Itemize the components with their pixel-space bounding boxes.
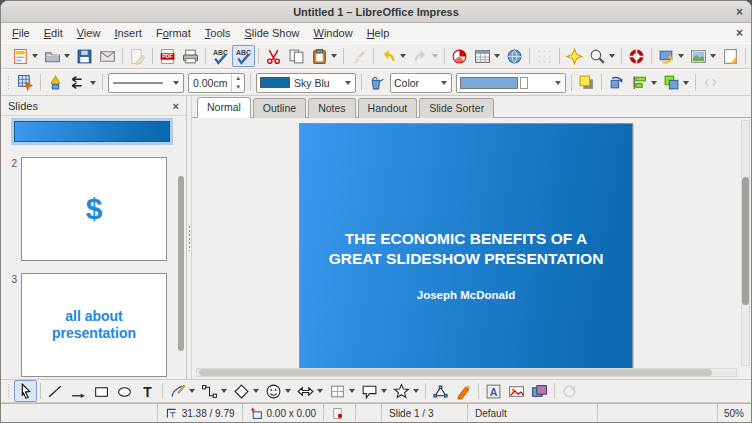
tab-normal[interactable]: Normal — [197, 97, 251, 118]
dropdown-arrow-icon[interactable] — [90, 81, 96, 85]
area-fill-button[interactable] — [365, 72, 388, 94]
auto-spellcheck-button[interactable]: ABC — [232, 45, 255, 67]
arrange-objects-button[interactable] — [660, 72, 692, 94]
slide-thumbnail-3[interactable]: all about presentation — [21, 273, 167, 377]
callouts-button[interactable] — [358, 380, 390, 402]
tab-notes[interactable]: Notes — [308, 98, 355, 118]
tab-handout[interactable]: Handout — [358, 98, 418, 118]
new-presentation-button[interactable] — [9, 45, 41, 67]
dropdown-arrow-icon[interactable] — [651, 81, 657, 85]
dropdown-arrow-icon[interactable] — [317, 389, 323, 393]
dropdown-arrow-icon[interactable] — [189, 389, 195, 393]
page-style-field[interactable]: Default — [467, 404, 597, 422]
points-button[interactable] — [429, 380, 452, 402]
menu-help[interactable]: Help — [360, 25, 397, 41]
flowchart-button[interactable] — [326, 380, 358, 402]
slide-title[interactable]: THE ECONOMIC BENEFITS OF A GREAT SLIDESH… — [329, 229, 604, 270]
symbol-shapes-button[interactable] — [262, 380, 294, 402]
block-arrows-button[interactable] — [294, 380, 326, 402]
line-button[interactable] — [44, 380, 67, 402]
menu-edit[interactable]: Edit — [37, 25, 70, 41]
stars-button[interactable] — [390, 380, 422, 402]
gallery-button[interactable] — [528, 380, 551, 402]
align-objects-button[interactable] — [628, 72, 660, 94]
email-envelope-button[interactable] — [96, 45, 119, 67]
edit-points-button[interactable] — [14, 72, 37, 94]
fontwork-button[interactable]: A — [482, 380, 505, 402]
object-size-field[interactable]: 0.00 x 0.00 — [242, 404, 323, 422]
menu-format[interactable]: Format — [149, 25, 198, 41]
document-modified-indicator[interactable] — [323, 404, 355, 422]
arrowheads-button[interactable] — [44, 72, 67, 94]
vertical-scrollbar-thumb[interactable] — [742, 177, 749, 305]
panel-scrollbar-thumb[interactable] — [178, 176, 184, 351]
paste-clipboard-button[interactable] — [308, 45, 340, 67]
connector-button[interactable] — [198, 380, 230, 402]
slide-thumbnail-2[interactable]: $ — [21, 157, 167, 261]
menu-insert[interactable]: Insert — [107, 25, 149, 41]
slide-canvas[interactable]: THE ECONOMIC BENEFITS OF A GREAT SLIDESH… — [299, 123, 633, 371]
glue-points-button[interactable] — [452, 380, 475, 402]
shadow-button[interactable] — [575, 72, 598, 94]
spinner-buttons[interactable]: ▲▼ — [231, 74, 244, 92]
spelling-check-button[interactable]: ABC — [209, 45, 232, 67]
menu-slide-show[interactable]: Slide Show — [237, 25, 306, 41]
menu-window[interactable]: Window — [307, 25, 360, 41]
line-width-spinner[interactable]: 0.00cm ▲▼ — [188, 73, 245, 93]
dropdown-arrow-icon[interactable] — [32, 54, 38, 58]
document-close-button[interactable]: × — [736, 27, 743, 39]
horizontal-scrollbar-thumb[interactable] — [199, 369, 712, 376]
spin-down-icon[interactable]: ▼ — [232, 83, 244, 92]
dropdown-arrow-icon[interactable] — [710, 54, 716, 58]
slide-thumbnail-1[interactable] — [11, 118, 173, 145]
zoom-level-field[interactable]: 50% — [717, 404, 751, 422]
dropdown-arrow-icon[interactable] — [609, 54, 615, 58]
rectangle-button[interactable] — [90, 380, 113, 402]
menu-tools[interactable]: Tools — [198, 25, 238, 41]
open-folder-button[interactable] — [41, 45, 73, 67]
toolbar-drag-handle[interactable] — [6, 383, 11, 398]
chart-pie-button[interactable] — [448, 45, 471, 67]
cut-scissors-button[interactable] — [262, 45, 285, 67]
slide-design-button[interactable] — [719, 45, 742, 67]
spin-up-icon[interactable]: ▲ — [232, 74, 244, 83]
dropdown-arrow-icon[interactable] — [253, 389, 259, 393]
fill-type-combobox[interactable]: Color — [390, 73, 452, 93]
slide-subtitle[interactable]: Joseph McDonald — [417, 289, 515, 301]
basic-shapes-button[interactable] — [230, 380, 262, 402]
dropdown-arrow-icon[interactable] — [400, 54, 406, 58]
line-style-combobox[interactable] — [108, 73, 184, 93]
dropdown-arrow-icon[interactable] — [432, 54, 438, 58]
line-ends-arrow-button[interactable] — [67, 380, 90, 402]
menu-file[interactable]: File — [5, 25, 37, 41]
dropdown-arrow-icon[interactable] — [494, 54, 500, 58]
line-color-combobox[interactable]: Sky Blu — [256, 73, 356, 93]
dropdown-arrow-icon[interactable] — [678, 54, 684, 58]
hyperlink-globe-button[interactable] — [503, 45, 526, 67]
insert-image-button[interactable] — [505, 380, 528, 402]
panel-scrollbar[interactable] — [177, 116, 185, 379]
navigator-star-button[interactable] — [563, 45, 586, 67]
export-pdf-button[interactable]: PDF — [156, 45, 179, 67]
dropdown-arrow-icon[interactable] — [381, 389, 387, 393]
help-lifebuoy-button[interactable] — [625, 45, 648, 67]
menu-view[interactable]: View — [70, 25, 108, 41]
arrow-style-button[interactable] — [67, 72, 99, 94]
zoom-magnifier-button[interactable] — [586, 45, 618, 67]
dropdown-arrow-icon[interactable] — [683, 81, 689, 85]
toolbar-drag-handle[interactable] — [6, 74, 11, 92]
cursor-position-field[interactable]: 31.38 / 9.79 — [157, 404, 242, 422]
slide-layout-button[interactable] — [687, 45, 719, 67]
slide-count-field[interactable]: Slide 1 / 3 — [381, 404, 467, 422]
rotate-shape-button[interactable] — [605, 72, 628, 94]
fill-color-combobox[interactable] — [456, 73, 566, 93]
copy-button[interactable] — [285, 45, 308, 67]
horizontal-scrollbar[interactable] — [196, 368, 737, 377]
tab-slide-sorter[interactable]: Slide Sorter — [419, 98, 494, 118]
text-box-button[interactable]: T — [136, 380, 159, 402]
dropdown-arrow-icon[interactable] — [413, 389, 419, 393]
table-grid-button[interactable] — [471, 45, 503, 67]
curve-button[interactable] — [166, 380, 198, 402]
dropdown-arrow-icon[interactable] — [221, 389, 227, 393]
new-slide-button[interactable] — [655, 45, 687, 67]
